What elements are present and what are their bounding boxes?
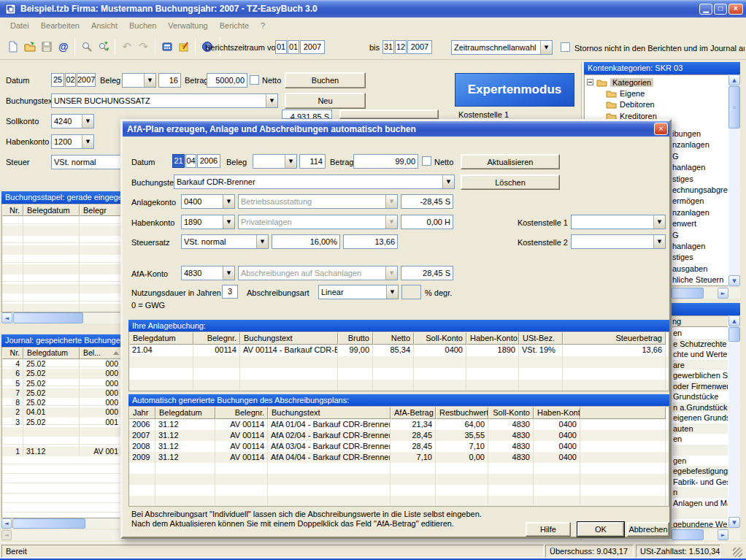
- menu-item[interactable]: Buchen: [129, 21, 156, 30]
- scroll-right-icon[interactable]: ►: [718, 529, 728, 540]
- chevron-down-icon[interactable]: ▼: [82, 135, 93, 148]
- scrollbar-thumb[interactable]: ≡: [728, 86, 740, 129]
- anlagekonto-select[interactable]: 0400 ▼: [181, 194, 235, 209]
- menu-item[interactable]: Berichte: [220, 21, 249, 30]
- chevron-down-icon[interactable]: ▼: [223, 195, 234, 208]
- dlg-buchungstext-select[interactable]: Barkauf CDR-Brenner ▼: [174, 174, 455, 189]
- table-row[interactable]: [2, 427, 122, 437]
- tree-item-kategorien[interactable]: Kategorien: [587, 77, 653, 88]
- table-row[interactable]: [129, 368, 669, 380]
- chevron-down-icon[interactable]: ▼: [442, 175, 454, 188]
- expertenmodus-button[interactable]: Expertenmodus: [455, 73, 574, 107]
- period-from-day[interactable]: 01: [275, 40, 287, 54]
- dlg-beleg-nr[interactable]: 114: [299, 154, 326, 169]
- tree-item-fragment[interactable]: hanlagen: [672, 162, 728, 173]
- column-header[interactable]: [580, 407, 666, 419]
- sollkonto-select[interactable]: 4240 ▼: [51, 114, 94, 129]
- nutzungsdauer-field[interactable]: 3: [222, 285, 238, 299]
- table-row[interactable]: [129, 496, 669, 507]
- ok-button[interactable]: OK: [577, 522, 624, 537]
- scroll-left-icon[interactable]: ◄: [1, 312, 12, 323]
- account-row-fragment[interactable]: [672, 508, 728, 519]
- scroll-down-icon[interactable]: ▼: [728, 517, 740, 528]
- tree-item-fragment[interactable]: nzanlagen: [672, 139, 728, 150]
- abbrechen-button[interactable]: Abbrechen: [627, 522, 669, 537]
- period-to-month[interactable]: 12: [395, 40, 407, 54]
- table-row[interactable]: [129, 463, 669, 474]
- table-row[interactable]: 625.02000: [2, 369, 122, 378]
- period-from-month[interactable]: 01: [288, 40, 299, 54]
- dlg-datum-month[interactable]: 04: [185, 154, 196, 168]
- dlg-netto-checkbox[interactable]: [422, 156, 431, 166]
- column-header[interactable]: Belegnr.: [215, 407, 268, 419]
- tree-item-fragment[interactable]: ermögen: [672, 196, 728, 207]
- table-row[interactable]: [2, 216, 122, 226]
- column-header[interactable]: Netto: [373, 332, 414, 345]
- email-icon[interactable]: @: [56, 39, 70, 53]
- dialog-close-icon[interactable]: ×: [654, 123, 668, 135]
- table-row[interactable]: [129, 485, 669, 496]
- menu-item[interactable]: Verwaltung: [168, 21, 207, 30]
- scroll-down-icon[interactable]: ▼: [728, 275, 740, 286]
- scrollbar-thumb[interactable]: [12, 518, 85, 529]
- account-row-fragment[interactable]: [672, 445, 728, 456]
- period-to-day[interactable]: 31: [382, 40, 394, 54]
- column-header[interactable]: Belegnr.: [193, 332, 240, 345]
- table-row[interactable]: [129, 356, 669, 368]
- neu-button[interactable]: Neu: [285, 93, 366, 109]
- kostenstelle2-select[interactable]: ▼: [571, 234, 666, 249]
- period-from-year[interactable]: 2007: [300, 40, 325, 54]
- tree-item-fragment[interactable]: G: [672, 230, 728, 241]
- scroll-up-icon[interactable]: ▲: [728, 315, 740, 326]
- table-row[interactable]: [2, 275, 122, 284]
- column-header[interactable]: Belegdatum: [155, 407, 215, 419]
- table-row[interactable]: 204.01000: [2, 407, 122, 417]
- account-row-fragment[interactable]: gebundene Werk: [672, 519, 728, 527]
- scroll-up-icon[interactable]: ▲: [728, 74, 740, 85]
- kostenstelle1-select[interactable]: ▼: [571, 215, 666, 229]
- tree-item-eigene[interactable]: Eigene: [606, 88, 645, 99]
- dlg-habenkonto-select[interactable]: 1890 ▼: [181, 215, 235, 229]
- journal-hscrollbar[interactable]: ◄: [1, 518, 123, 529]
- column-header[interactable]: Nr.: [2, 348, 23, 359]
- scroll-right-icon[interactable]: ►: [718, 288, 728, 299]
- table-row[interactable]: [2, 264, 122, 274]
- table-row[interactable]: 200831.12AV 00114AfA 03/04 - Barkauf CDR…: [129, 441, 669, 452]
- table-row[interactable]: 200731.12AV 00114AfA 02/04 - Barkauf CDR…: [129, 430, 669, 441]
- aktualisieren-button[interactable]: Aktualisieren: [461, 154, 560, 169]
- account-row-fragment[interactable]: n: [672, 487, 728, 498]
- open-folder-icon[interactable]: [23, 39, 36, 53]
- table-row[interactable]: 21.0400114AV 00114 - Barkauf CDR-B...99,…: [129, 345, 669, 356]
- tree-vscrollbar[interactable]: ▲ ≡ ▼: [728, 74, 740, 286]
- chevron-down-icon[interactable]: ▼: [144, 74, 155, 87]
- hilfe-button[interactable]: Hilfe: [526, 522, 571, 537]
- table-row[interactable]: [2, 236, 122, 245]
- loeschen-button[interactable]: Löschen: [461, 174, 560, 190]
- account-row-fragment[interactable]: gen: [672, 456, 728, 467]
- scrollbar-thumb[interactable]: [13, 312, 83, 323]
- netto-checkbox[interactable]: [250, 75, 259, 85]
- title-bar[interactable]: Beispiel.tzb Firma: Mustermann Buchungsj…: [0, 0, 746, 18]
- column-header[interactable]: Brutto: [338, 332, 373, 345]
- steuersatz-select[interactable]: VSt. normal ▼: [181, 234, 269, 249]
- partial-button[interactable]: [339, 110, 439, 119]
- scrollbar-thumb[interactable]: [728, 327, 740, 342]
- dialog-title-bar[interactable]: AfA-Plan erzeugen, Anlage und Abschreibu…: [123, 121, 669, 137]
- table-row[interactable]: [129, 474, 669, 485]
- column-header[interactable]: Buchungstext: [268, 407, 391, 419]
- chevron-down-icon[interactable]: ▼: [82, 115, 93, 128]
- menu-item[interactable]: Datei: [10, 21, 29, 30]
- journal-hscrollbar-2[interactable]: ◄: [1, 530, 123, 540]
- tree-item-fragment[interactable]: enwert: [672, 218, 728, 229]
- account-row-fragment[interactable]: auten: [672, 423, 728, 434]
- table-row[interactable]: [2, 284, 122, 294]
- new-document-icon[interactable]: [6, 39, 20, 53]
- chevron-down-icon[interactable]: ▼: [223, 266, 234, 280]
- table-row[interactable]: 200631.12AV 00114AfA 01/04 - Barkauf CDR…: [129, 419, 669, 430]
- table-row[interactable]: 325.02001: [2, 418, 122, 427]
- undo-icon[interactable]: ↶: [120, 39, 134, 53]
- menu-item[interactable]: ?: [261, 21, 265, 30]
- column-header[interactable]: Buchungstext: [240, 332, 338, 345]
- column-header[interactable]: Belegdatum: [129, 332, 193, 345]
- column-header[interactable]: Soll-Konto: [414, 332, 466, 345]
